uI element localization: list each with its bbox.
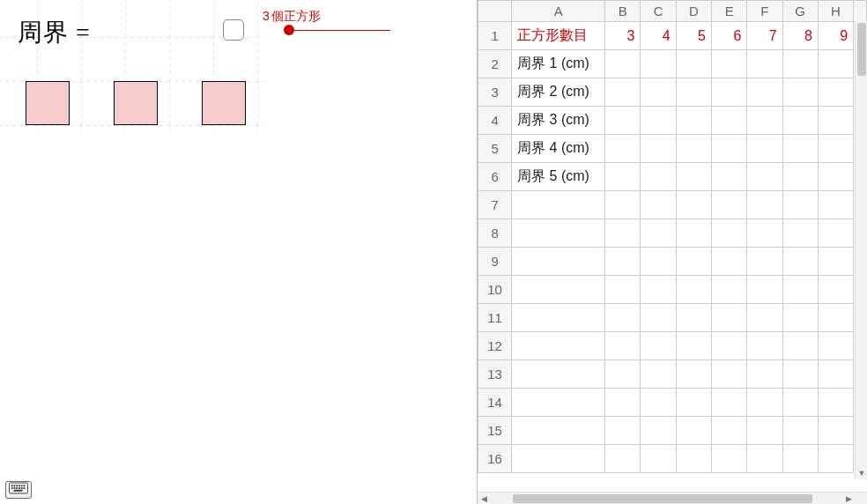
cell[interactable] bbox=[747, 389, 782, 417]
cell[interactable] bbox=[605, 219, 641, 248]
cell[interactable] bbox=[641, 78, 676, 107]
cell[interactable]: 9 bbox=[818, 22, 853, 50]
square-shape[interactable] bbox=[114, 81, 158, 125]
cell[interactable] bbox=[818, 107, 853, 135]
cell[interactable] bbox=[712, 276, 747, 304]
row-header[interactable]: 14 bbox=[478, 389, 512, 417]
cell[interactable] bbox=[605, 332, 641, 360]
cell[interactable] bbox=[605, 276, 641, 304]
cell[interactable] bbox=[712, 389, 747, 417]
cell[interactable] bbox=[712, 191, 747, 219]
cell[interactable] bbox=[605, 50, 641, 78]
cell[interactable] bbox=[641, 332, 676, 360]
square-shape[interactable] bbox=[202, 81, 246, 125]
cell[interactable] bbox=[641, 417, 676, 445]
cell[interactable]: 正方形數目 bbox=[512, 22, 605, 50]
virtual-keyboard-button[interactable] bbox=[5, 481, 32, 499]
cell[interactable]: 5 bbox=[676, 22, 711, 50]
cell[interactable] bbox=[782, 107, 818, 135]
cell[interactable] bbox=[676, 417, 711, 445]
cell[interactable] bbox=[747, 219, 782, 248]
cell[interactable] bbox=[676, 360, 711, 389]
cell[interactable] bbox=[712, 332, 747, 360]
cell[interactable] bbox=[747, 191, 782, 219]
cell[interactable] bbox=[782, 304, 818, 332]
cell[interactable] bbox=[782, 417, 818, 445]
cell[interactable] bbox=[818, 219, 853, 248]
cell[interactable] bbox=[605, 417, 641, 445]
cell[interactable] bbox=[676, 276, 711, 304]
vertical-scrollbar[interactable]: ▼ bbox=[855, 21, 867, 479]
cell[interactable] bbox=[747, 417, 782, 445]
cell[interactable] bbox=[782, 78, 818, 107]
cell[interactable] bbox=[818, 360, 853, 389]
cell[interactable] bbox=[818, 248, 853, 276]
cell[interactable]: 8 bbox=[782, 22, 818, 50]
cell[interactable] bbox=[712, 248, 747, 276]
cell[interactable] bbox=[605, 304, 641, 332]
cell[interactable] bbox=[818, 163, 853, 191]
row-header[interactable]: 16 bbox=[478, 445, 512, 473]
spreadsheet-table[interactable]: ABCDEFGH 1正方形數目34567892周界 1 (cm)3周界 2 (c… bbox=[478, 0, 867, 473]
cell[interactable] bbox=[676, 332, 711, 360]
cell[interactable] bbox=[512, 219, 605, 248]
cell[interactable] bbox=[676, 107, 711, 135]
row-header[interactable]: 7 bbox=[478, 191, 512, 219]
cell[interactable] bbox=[641, 276, 676, 304]
geometry-canvas[interactable]: 周界 = 3 個正方形 bbox=[0, 0, 477, 504]
cell[interactable] bbox=[747, 107, 782, 135]
cell[interactable] bbox=[818, 135, 853, 163]
horizontal-scrollbar[interactable]: ◀ ▶ bbox=[478, 492, 867, 504]
cell[interactable] bbox=[641, 191, 676, 219]
cell[interactable] bbox=[782, 135, 818, 163]
vertical-scroll-thumb[interactable] bbox=[857, 23, 866, 76]
cell[interactable] bbox=[747, 304, 782, 332]
cell[interactable] bbox=[605, 163, 641, 191]
cell[interactable] bbox=[676, 445, 711, 473]
column-header[interactable]: D bbox=[676, 1, 711, 22]
row-header[interactable]: 15 bbox=[478, 417, 512, 445]
cell[interactable] bbox=[641, 304, 676, 332]
row-header[interactable]: 12 bbox=[478, 332, 512, 360]
cell[interactable] bbox=[512, 276, 605, 304]
column-header[interactable]: F bbox=[747, 1, 782, 22]
cell[interactable] bbox=[782, 248, 818, 276]
cell[interactable] bbox=[512, 360, 605, 389]
cell[interactable] bbox=[747, 332, 782, 360]
row-header[interactable]: 6 bbox=[478, 163, 512, 191]
cell[interactable] bbox=[641, 163, 676, 191]
square-shape[interactable] bbox=[26, 81, 70, 125]
cell[interactable] bbox=[605, 360, 641, 389]
cell[interactable] bbox=[782, 389, 818, 417]
cell[interactable] bbox=[641, 360, 676, 389]
cell[interactable] bbox=[512, 389, 605, 417]
column-header[interactable]: H bbox=[818, 1, 853, 22]
cell[interactable] bbox=[676, 219, 711, 248]
cell[interactable] bbox=[676, 163, 711, 191]
cell[interactable] bbox=[782, 276, 818, 304]
cell[interactable]: 周界 3 (cm) bbox=[512, 107, 605, 135]
cell[interactable] bbox=[512, 248, 605, 276]
cell[interactable] bbox=[676, 135, 711, 163]
row-header[interactable]: 2 bbox=[478, 50, 512, 78]
cell[interactable] bbox=[747, 135, 782, 163]
cell[interactable] bbox=[818, 191, 853, 219]
cell[interactable] bbox=[712, 163, 747, 191]
cell[interactable] bbox=[818, 50, 853, 78]
column-header[interactable]: A bbox=[512, 1, 605, 22]
cell[interactable] bbox=[747, 78, 782, 107]
cell[interactable]: 3 bbox=[605, 22, 641, 50]
cell[interactable] bbox=[712, 135, 747, 163]
cell[interactable] bbox=[782, 219, 818, 248]
cell[interactable] bbox=[747, 248, 782, 276]
cell[interactable] bbox=[641, 135, 676, 163]
cell[interactable] bbox=[605, 248, 641, 276]
cell[interactable] bbox=[747, 360, 782, 389]
cell[interactable] bbox=[512, 417, 605, 445]
row-header[interactable]: 4 bbox=[478, 107, 512, 135]
column-header[interactable]: E bbox=[712, 1, 747, 22]
cell[interactable] bbox=[641, 248, 676, 276]
cell[interactable] bbox=[712, 50, 747, 78]
slider-track[interactable] bbox=[289, 30, 390, 31]
cell[interactable] bbox=[641, 50, 676, 78]
